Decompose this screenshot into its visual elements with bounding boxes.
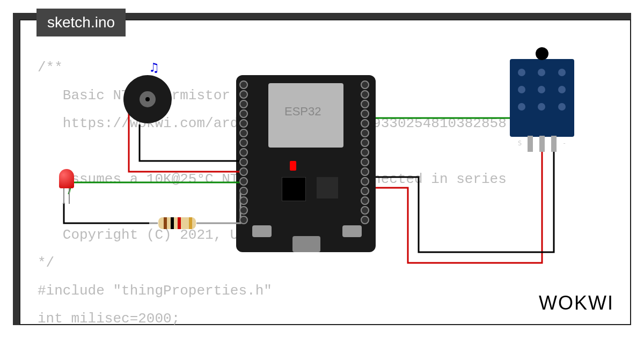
resistor-band-2	[171, 217, 174, 229]
wire-black-led-res	[64, 203, 149, 223]
ntc-pin-s	[528, 136, 533, 152]
ntc-via	[538, 69, 545, 76]
resistor-band-1	[164, 217, 167, 229]
ntc-pin-vcc	[539, 136, 545, 152]
esp32-pins-left	[239, 80, 252, 225]
esp32-button-en[interactable]	[252, 225, 272, 237]
wire-res-lead-right	[196, 193, 240, 223]
music-note-icon: ♫	[150, 60, 158, 75]
esp32-power-led-icon	[290, 161, 296, 171]
thermistor-icon	[536, 47, 548, 60]
led-cathode-leg	[63, 188, 64, 204]
wire-green-ntc	[376, 118, 530, 139]
resistor-band-3	[178, 217, 181, 229]
ntc-via	[558, 86, 566, 93]
resistor-band-4	[189, 217, 192, 229]
esp32-label: ESP32	[284, 105, 321, 119]
esp32-usb-chip	[317, 177, 338, 199]
esp32-button-boot[interactable]	[342, 225, 362, 237]
wire-red-ntc	[376, 150, 542, 263]
ntc-pin-gnd	[551, 136, 557, 152]
ntc-label-s: S	[518, 139, 522, 147]
led-component[interactable]	[59, 169, 74, 188]
esp32-usb-port-icon	[292, 236, 320, 252]
ntc-via	[518, 103, 525, 111]
ntc-via	[518, 69, 525, 76]
ntc-via	[558, 103, 566, 111]
esp32-regulator-chip	[282, 177, 306, 201]
circuit-diagram: ESP32 ♫ S -	[0, 0, 644, 338]
ntc-via	[538, 103, 545, 111]
wokwi-logo: WOKWI	[539, 292, 614, 314]
ntc-via	[558, 69, 566, 76]
wire-green-led	[69, 182, 240, 194]
ntc-via	[518, 86, 525, 93]
file-tab[interactable]: sketch.ino	[36, 9, 126, 36]
esp32-pins-right	[361, 80, 374, 225]
wire-black-buzzer	[140, 124, 240, 161]
buzzer-hole-icon	[145, 97, 150, 101]
ntc-label-minus: -	[562, 139, 566, 147]
led-anode-leg	[69, 188, 70, 204]
wire-black-ntc	[376, 150, 554, 252]
ntc-via	[538, 86, 545, 93]
